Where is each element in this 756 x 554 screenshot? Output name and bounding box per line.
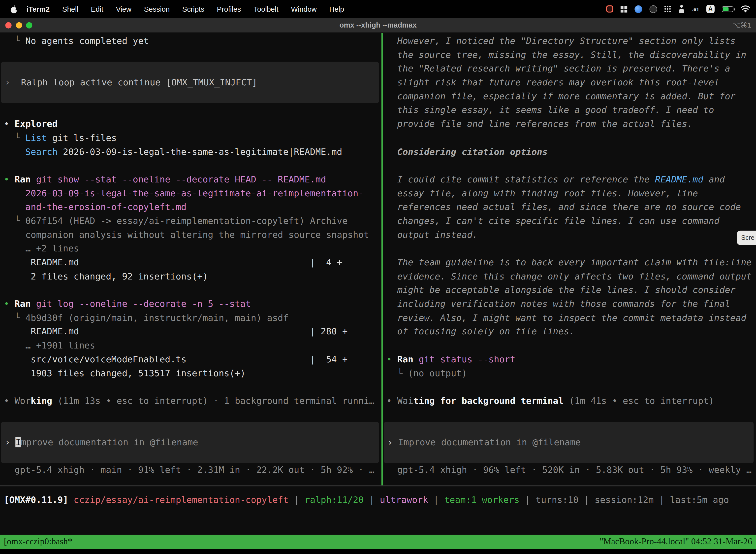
terminal-line: └ No agents completed yet [0,34,381,48]
terminal-line: └ 067f154 (HEAD -> essay/ai-reimplementa… [0,214,381,228]
terminal-line: … +2 lines [0,242,381,256]
terminal-line [1,62,379,76]
terminal-line: the source tree, missing the essay. Stil… [383,48,756,62]
tmux-pane-left[interactable]: └ No agents completed yet › Ralph loop a… [0,33,381,485]
menu-item-view[interactable]: View [110,5,138,13]
terminal-line [1,422,379,436]
tmux-host-time: "MacBook-Pro-44.local" 04:52 31-Mar-26 [600,535,752,549]
session-status-right: gpt-5.4 xhigh · 96% left · 520K in · 5.8… [383,463,756,477]
menu-item-scripts[interactable]: Scripts [176,5,210,13]
terminal-line: • Explored [0,117,381,131]
terminal-line: essay file, along with finding root file… [383,186,756,200]
prompt-input-left[interactable]: › Improve documentation in @filename [1,422,379,463]
terminal-line: • Waiting for background terminal (1m 41… [383,394,756,408]
menu-item-edit[interactable]: Edit [84,5,110,13]
menu-bar: iTerm2 Shell Edit View Session Scripts P… [0,0,756,18]
agent-transcript-right: However, I noticed the "Directory Struct… [383,34,756,422]
terminal-line: … +1901 lines [0,339,381,353]
menu-item-shell[interactable]: Shell [56,5,84,13]
menu-item-help[interactable]: Help [323,5,351,13]
terminal-line [383,131,756,145]
terminal-line: • Ran git show --stat --oneline --decora… [0,173,381,187]
wifi-icon[interactable] [741,5,750,12]
record-indicator-icon[interactable] [606,5,613,12]
terminal-line: the "Related research writing" section i… [383,62,756,76]
terminal-line: └ (no output) [383,366,756,380]
terminal-line: changes, I can't cite specific file line… [383,214,756,228]
terminal-line: might be acceptable alongside the file l… [383,283,756,297]
terminal-line: including verification notes with those … [383,297,756,311]
keyboard-layout-badge[interactable]: A [706,5,714,13]
terminal-line: I could cite commit statistics or refere… [383,173,756,187]
blue-app-icon[interactable] [635,5,642,13]
terminal-line: • Working (11m 13s • esc to interrupt) ·… [0,394,381,408]
terminal-line: • Ran git log --oneline --decorate -n 5 … [0,297,381,311]
terminal-line: The team guideline is to back every impo… [383,256,756,270]
menu-bar-status-icons: .61 A [606,5,756,13]
terminal-line: › Improve documentation in @filename [1,436,379,449]
terminal-line: slight risk that future readers may over… [383,76,756,90]
tmux-session-label: [omx-cczip0:bash* [4,535,72,549]
terminal-line [383,408,756,422]
person-app-icon[interactable] [678,5,685,13]
terminal-line: gpt-5.4 xhigh · main · 91% left · 2.31M … [0,463,381,477]
terminal-line: 2 files changed, 92 insertions(+) [0,270,381,283]
tmux-status-bar: [omx-cczip0:bash* "MacBook-Pro-44.local"… [0,535,756,549]
status-separator [0,486,756,486]
terminal-line: gpt-5.4 xhigh · 96% left · 520K in · 5.8… [383,463,756,477]
terminal-line: 2026-03-09-is-legal-the-same-as-legitima… [0,186,381,200]
terminal-line: › Ralph loop active continue [OMX_TMUX_I… [1,76,379,90]
terminal-line [0,48,381,62]
terminal-line: └ 4b9d30f (origin/main, instructkr/main,… [0,311,381,325]
terminal-line: └ List git ls-files [0,131,381,145]
terminal-line [0,283,381,297]
terminal-line [383,380,756,394]
menu-item-iterm2[interactable]: iTerm2 [20,5,56,13]
tmux-pane-right[interactable]: However, I noticed the "Directory Struct… [383,33,756,485]
terminal-line: review. Also, I might want to inspect th… [383,311,756,325]
terminal-line: Considering citation options [383,145,756,159]
battery-icon[interactable] [722,6,734,12]
terminal-area: └ No agents completed yet › Ralph loop a… [0,33,756,485]
terminal-line: references need actual files, and since … [383,200,756,214]
terminal-line: evidence. Since this change only affects… [383,270,756,283]
terminal-line [383,159,756,173]
battery-percent-badge[interactable]: .61 [692,6,699,12]
terminal-line [383,449,754,463]
terminal-line: Search 2026-03-09-is-legal-the-same-as-l… [0,145,381,159]
screen-edge-button[interactable]: Scre [737,231,756,245]
terminal-line: • Ran git status --short [383,353,756,367]
grid-app-icon[interactable] [621,5,624,8]
ralph-loop-banner: › Ralph loop active continue [OMX_TMUX_I… [1,62,379,104]
window-title-bar[interactable]: omx --xhigh --madmax ⌥⌘1 [0,18,756,33]
terminal-line [383,339,756,353]
window-title: omx --xhigh --madmax [0,18,756,32]
dark-knob-icon[interactable] [649,5,657,13]
terminal-line: README.md | 4 + [0,256,381,270]
omx-status-bar: [OMX#0.11.9] cczip/essay/ai-reimplementa… [0,487,756,535]
terminal-line: 1903 files changed, 513517 insertions(+) [0,366,381,380]
terminal-line [0,159,381,173]
terminal-line: [OMX#0.11.9] cczip/essay/ai-reimplementa… [0,493,756,507]
terminal-line [0,380,381,394]
terminal-line [383,242,756,256]
apple-menu-icon[interactable] [10,4,17,13]
terminal-line: README.md | 280 + [0,325,381,339]
terminal-line [0,104,381,117]
window-shortcut-badge: ⌥⌘1 [732,18,751,32]
terminal-line: of focusing solely on file lines. [383,325,756,339]
dots-grid-icon[interactable] [665,6,666,7]
menu-item-window[interactable]: Window [285,5,323,13]
terminal-line: output instead. [383,228,756,242]
menu-item-session[interactable]: Session [138,5,176,13]
prompt-input-right[interactable]: › Improve documentation in @filename [383,422,754,463]
terminal-line: this single essay, it seems like a good … [383,104,756,117]
menu-item-profiles[interactable]: Profiles [210,5,247,13]
terminal-line: src/voice/voiceModeEnabled.ts | 54 + [0,353,381,367]
terminal-line: companion analysis without altering the … [0,228,381,242]
terminal-line: › Improve documentation in @filename [383,436,754,449]
screen: iTerm2 Shell Edit View Session Scripts P… [0,0,756,554]
terminal-line [0,408,381,422]
terminal-line: companion file, especially if more comme… [383,90,756,104]
menu-item-toolbelt[interactable]: Toolbelt [247,5,285,13]
